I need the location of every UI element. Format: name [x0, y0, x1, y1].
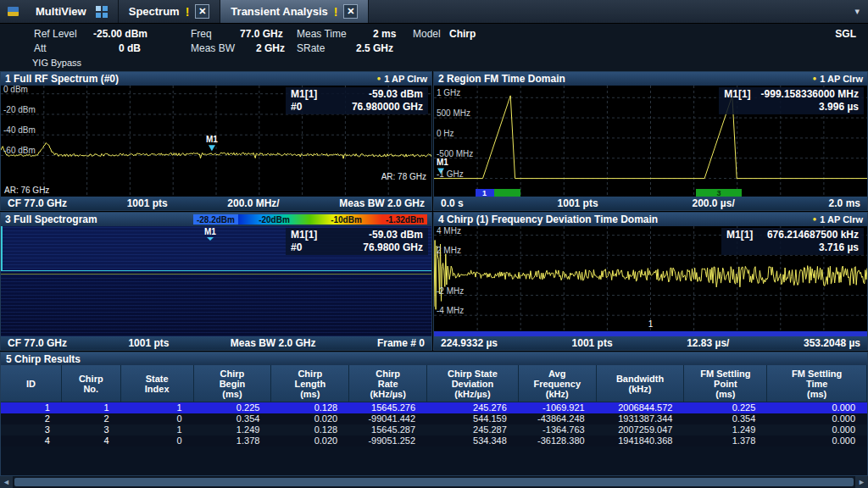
table-cell: 0.000 — [767, 424, 867, 435]
tab-label: MultiView — [36, 5, 86, 18]
table-cell: 0.225 — [684, 402, 767, 413]
column-header[interactable]: Chirp No. — [62, 365, 121, 402]
footer-item: 200.0 MHz/ — [227, 197, 279, 209]
color-gradient-bar: -20dBm -10dBm — [238, 214, 382, 225]
analysis-region-left: AR: 76 GHz — [4, 186, 49, 195]
column-header[interactable]: Chirp State Deviation (kHz/µs) — [427, 365, 519, 402]
panel-freq-deviation[interactable]: 4 Chirp (1) Frequency Deviation Time Dom… — [433, 212, 868, 351]
trace-info: ● 1 AP Clrw — [812, 214, 863, 225]
column-header[interactable]: FM Settling Point (ms) — [684, 365, 767, 402]
table-cell: 0.128 — [271, 424, 349, 435]
table-cell: 0 — [121, 435, 194, 446]
column-header[interactable]: ID — [1, 365, 62, 402]
table-cell: 15645.276 — [349, 402, 427, 413]
column-header[interactable]: State Index — [121, 365, 194, 402]
scroll-left-icon[interactable]: ◄ — [0, 476, 13, 488]
warning-icon: ! — [186, 5, 190, 19]
spectrogram-chart[interactable]: M1 M1[1]-59.03 dBm #076.9800 GHz — [1, 226, 431, 336]
footer-item: 353.2048 µs — [804, 337, 860, 349]
panel-header: 1 Full RF Spectrum (#0) ● 1 AP Clrw — [1, 72, 431, 86]
region-marker-bar[interactable]: 1 — [476, 189, 521, 197]
marker-readout: M1[1]-59.03 dBm #076.980000 GHz — [286, 87, 428, 114]
footer-item: 200.0 µs/ — [692, 197, 734, 209]
table-cell: 4 — [1, 435, 62, 446]
meas-bw-label: Meas BW — [191, 42, 235, 54]
table-row[interactable]: 3311.2490.12815645.287245.287-1364.76320… — [1, 424, 867, 435]
table-cell: 1 — [1, 402, 62, 413]
spectrogram-edge-line — [1, 226, 3, 271]
panel-footer: CF 77.0 GHz 1001 pts 200.0 MHz/ Meas BW … — [1, 197, 431, 210]
scroll-right-icon[interactable]: ► — [855, 476, 868, 488]
panel-header: 2 Region FM Time Domain ● 1 AP Clrw — [434, 72, 867, 86]
rf-spectrum-chart[interactable]: M1 M1[1]-59.03 dBm #076.980000 GHz AR: 7… — [1, 86, 431, 197]
region-marker-bar[interactable]: 3 — [696, 189, 742, 197]
footer-item: 224.9332 µs — [441, 337, 498, 349]
tab-dropdown-caret[interactable]: ▾ — [846, 0, 868, 23]
att-value[interactable]: 0 dB — [119, 42, 141, 54]
table-cell: 0.354 — [684, 413, 767, 424]
table-row[interactable]: 1110.2250.12815645.276245.276-1069.92120… — [1, 402, 867, 413]
horizontal-scrollbar[interactable]: ◄ ► — [0, 476, 868, 488]
tab-label: Spectrum — [129, 5, 180, 18]
footer-item: Meas BW 2.0 GHz — [339, 197, 425, 209]
trace-dot-icon: ● — [812, 75, 816, 82]
ref-level-label: Ref Level — [34, 28, 77, 40]
color-scale-legend: -28.2dBm -20dBm -10dBm -1.32dBm — [193, 214, 427, 225]
footer-item: CF 77.0 GHz — [8, 197, 67, 209]
panel-fm-time-domain[interactable]: 2 Region FM Time Domain ● 1 AP Clrw M1 M… — [433, 71, 868, 211]
column-header[interactable]: Chirp Begin (ms) — [194, 365, 272, 402]
table-cell: 2 — [62, 413, 121, 424]
panel-rf-spectrum[interactable]: 1 Full RF Spectrum (#0) ● 1 AP Clrw M1 M… — [0, 71, 432, 211]
panel-title: 1 Full RF Spectrum (#0) — [5, 73, 119, 85]
chirp-region-bar — [434, 331, 867, 336]
close-icon[interactable]: ✕ — [195, 4, 209, 19]
meas-bw-value[interactable]: 2 GHz — [256, 42, 285, 54]
srate-value[interactable]: 2.5 GHz — [356, 42, 393, 54]
table-cell: -36128.380 — [519, 435, 597, 446]
table-cell: 0.020 — [271, 413, 349, 424]
tab-multiview[interactable]: MultiView — [25, 0, 119, 23]
svg-text:M1: M1 — [437, 158, 448, 167]
meas-time-label: Meas Time — [297, 28, 347, 40]
scrollbar-thumb[interactable] — [14, 478, 854, 486]
ref-level-value[interactable]: -25.00 dBm — [93, 28, 147, 40]
panel-title: 2 Region FM Time Domain — [438, 73, 565, 85]
table-cell: 15645.287 — [349, 424, 427, 435]
fm-time-domain-chart[interactable]: M1 M1[1]-999.158336000 MHz 3.996 µs 1 GH… — [434, 86, 867, 197]
results-header-row: IDChirp No.State IndexChirp Begin (ms)Ch… — [1, 365, 867, 402]
table-row[interactable]: 2200.3540.020-99041.442544.159-43864.248… — [1, 413, 867, 424]
spectrogram-trace-line — [1, 274, 431, 274]
column-header[interactable]: Avg Frequency (kHz) — [519, 365, 597, 402]
table-cell: 1.249 — [684, 424, 767, 435]
panel-footer: 0.0 s 1001 pts 200.0 µs/ 2.0 ms — [434, 197, 867, 210]
tab-transient-analysis[interactable]: Transient Analysis ! ✕ — [220, 0, 369, 23]
att-label: Att — [34, 42, 47, 54]
tab-spectrum[interactable]: Spectrum ! ✕ — [119, 0, 221, 23]
panel-title: 3 Full Spectrogram — [5, 214, 97, 225]
multiview-grid-icon — [96, 6, 108, 18]
table-cell: -43864.248 — [519, 413, 597, 424]
results-title: 5 Chirp Results — [1, 352, 867, 365]
table-cell: 534.348 — [427, 435, 519, 446]
marker-readout: M1[1]-59.03 dBm #076.9800 GHz — [286, 228, 428, 255]
close-icon[interactable]: ✕ — [343, 4, 358, 19]
table-cell: -99051.252 — [349, 435, 427, 446]
table-cell: 2007259.047 — [597, 424, 685, 435]
column-header[interactable]: FM Settling Time (ms) — [767, 365, 867, 402]
column-header[interactable]: Bandwidth (kHz) — [597, 365, 685, 402]
table-cell: 2006844.572 — [597, 402, 685, 413]
panel-header: 4 Chirp (1) Frequency Deviation Time Dom… — [434, 213, 867, 226]
scale-max-label: -1.32dBm — [382, 214, 427, 225]
table-row[interactable]: 4401.3780.020-99051.252534.348-36128.380… — [1, 435, 867, 446]
tab-bar: MultiView Spectrum ! ✕ Transient Analysi… — [0, 0, 868, 24]
freq-deviation-chart[interactable]: 1 M1[1]676.214687500 kHz 3.716 µs 4 MHz2… — [434, 226, 867, 336]
model-value[interactable]: Chirp — [449, 28, 476, 40]
column-header[interactable]: Chirp Length (ms) — [271, 365, 349, 402]
meas-time-value[interactable]: 2 ms — [373, 28, 396, 40]
panel-spectrogram[interactable]: 3 Full Spectrogram -28.2dBm -20dBm -10dB… — [0, 212, 432, 351]
marker-m1[interactable]: M1 — [204, 227, 216, 236]
freq-value[interactable]: 77.0 GHz — [240, 28, 283, 40]
table-cell: 0.000 — [767, 435, 867, 446]
column-header[interactable]: Chirp Rate (kHz/µs) — [349, 365, 427, 402]
trace-dot-icon: ● — [376, 75, 381, 82]
